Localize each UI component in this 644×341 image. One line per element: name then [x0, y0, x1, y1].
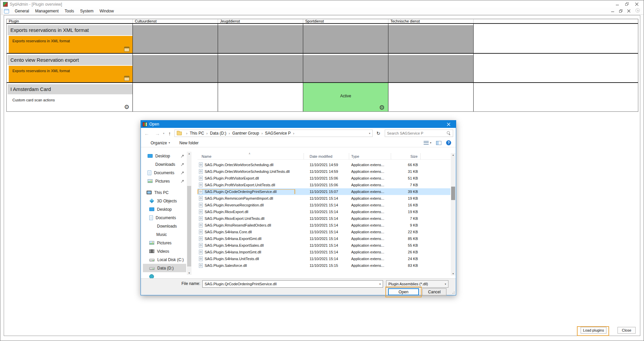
service-cell[interactable]	[388, 54, 474, 82]
file-list-scrollbar[interactable]: ▴ ▾	[451, 153, 455, 276]
file-row[interactable]: ⚙SAG.Plugin.OrtecWorkforceScheduling.dll…	[198, 161, 450, 168]
preview-pane-icon[interactable]	[436, 141, 441, 145]
sidebar-item[interactable]: Downloads	[143, 222, 186, 230]
scroll-up-icon[interactable]: ▴	[187, 152, 192, 155]
file-row[interactable]: ⚙SAG.Plugin.Salesforce.dll 11/10/2021 15…	[198, 262, 450, 269]
file-row[interactable]: ⚙SAG.Plugin.RksvExport.dll 11/10/2021 15…	[198, 208, 450, 215]
plugin-description-cell[interactable]: Custom card scan actions ⚙	[9, 95, 132, 111]
forward-icon[interactable]: →	[155, 131, 160, 136]
mdi-close-icon[interactable]	[627, 8, 631, 14]
mdi-minimize-icon[interactable]	[611, 8, 614, 14]
sidebar-item[interactable]: Documents	[143, 168, 186, 177]
address-bar[interactable]: ›This PC›Data (D:)›Gantner Group›SAGServ…	[174, 130, 373, 137]
refresh-icon[interactable]: ↻	[375, 130, 382, 137]
file-row[interactable]: ⚙SAG.Plugin.OrtecWorkforceScheduling.Uni…	[198, 168, 450, 175]
sidebar-item[interactable]: Data (D:)	[143, 264, 186, 272]
file-row[interactable]: ⚙SAG.Plugin.ProfitVisitorExport.UnitTest…	[198, 182, 450, 188]
service-cell[interactable]	[133, 24, 218, 53]
sidebar-item[interactable]: Local Disk (C:)	[143, 255, 186, 264]
service-cell[interactable]	[133, 54, 218, 82]
column-header-size[interactable]: Size	[391, 153, 421, 159]
sidebar-item[interactable]: Desktop	[143, 205, 186, 213]
float-window-icon[interactable]	[635, 8, 640, 14]
sidebar-item[interactable]: Documents	[143, 213, 186, 222]
breadcrumb-segment[interactable]: This PC	[190, 131, 204, 136]
scrollbar-thumb[interactable]	[187, 186, 191, 266]
menu-item[interactable]: System	[77, 8, 97, 14]
scroll-down-icon[interactable]: ▾	[187, 272, 192, 275]
plugin-description-cell[interactable]: Exports reservations in XML format	[9, 36, 132, 53]
help-icon[interactable]: ?	[446, 140, 451, 145]
service-cell[interactable]	[388, 24, 474, 53]
file-row[interactable]: ⚙SAG.Plugin.S4Hana.UnitTests.dll 11/10/2…	[198, 255, 450, 262]
resize-grip[interactable]	[454, 293, 454, 294]
sidebar-item[interactable]: Downloads	[143, 160, 186, 168]
gear-icon[interactable]: ⚙	[124, 104, 129, 110]
open-button[interactable]: Open	[388, 288, 419, 295]
dialog-close-icon[interactable]	[441, 120, 456, 128]
mdi-restore-icon[interactable]	[619, 8, 623, 14]
file-row[interactable]: ⚙SAG.Plugin.S4Hana.Core.dll 11/10/2021 1…	[198, 229, 450, 235]
file-row[interactable]: ⚙SAG.Plugin.S4Hana.ExportGmt.dll 11/10/2…	[198, 235, 450, 242]
menu-item[interactable]: General	[12, 8, 32, 14]
file-row[interactable]: ⚙SAG.Plugin.S4Hana.ImportGmt.dll 11/10/2…	[198, 249, 450, 255]
service-cell[interactable]	[303, 24, 388, 53]
sidebar-item-partial[interactable]	[143, 272, 186, 278]
breadcrumb-segment[interactable]: Data (D:)	[210, 131, 226, 136]
gear-icon[interactable]: ⚙	[379, 104, 385, 111]
sidebar-item[interactable]: Pictures	[143, 177, 186, 185]
scrollbar-thumb[interactable]	[451, 187, 455, 200]
view-mode-button[interactable]: ▾	[424, 141, 431, 145]
load-plugins-button[interactable]: Load plugins	[581, 327, 606, 334]
file-row[interactable]: ⚙SAG.Plugin.RemmicomPaymentImport.dll 11…	[198, 195, 450, 202]
service-cell[interactable]	[303, 54, 388, 82]
plugin-description-cell[interactable]: Exports reservations in XML format	[9, 66, 132, 82]
recent-locations-chevron-icon[interactable]: ▾	[163, 132, 164, 135]
file-row[interactable]: ⚙SAG.Plugin.RksvExport.UnitTests.dll 11/…	[198, 215, 450, 222]
file-name-dropdown-chevron-icon[interactable]: ▾	[379, 283, 381, 286]
column-header-type[interactable]: Type	[349, 153, 391, 159]
close-button[interactable]: Close	[618, 327, 636, 334]
cancel-button[interactable]: Cancel	[422, 288, 446, 295]
menu-item[interactable]: Window	[97, 8, 117, 14]
service-cell[interactable]: Active⚙	[303, 83, 388, 111]
service-cell[interactable]	[133, 83, 218, 111]
sidebar-item[interactable]: Videos	[143, 247, 186, 255]
sidebar-item[interactable]: 3D Objects	[143, 197, 186, 205]
address-dropdown-chevron-icon[interactable]: ▾	[369, 132, 371, 135]
service-cell[interactable]	[218, 24, 303, 53]
organize-menu[interactable]: Organize▾	[151, 141, 170, 145]
column-header-date[interactable]: Date modified	[304, 153, 349, 159]
calendar-icon[interactable]	[124, 76, 129, 81]
restore-icon[interactable]	[625, 2, 629, 6]
up-icon[interactable]: ↑	[168, 131, 171, 136]
service-cell[interactable]	[388, 83, 474, 111]
sidebar-item[interactable]: This PC	[143, 188, 186, 197]
service-cell[interactable]	[218, 54, 303, 82]
scroll-up-icon[interactable]: ▴	[451, 153, 455, 156]
file-row[interactable]: ⚙SAG.Plugin.S4Hana.ExportSales.dll 11/10…	[198, 242, 450, 249]
file-row[interactable]: ⚙SAG.Plugin.RmsResendFailedOrders.dll 11…	[198, 222, 450, 229]
file-row[interactable]: ⚙SAG.Plugin.QrCodeOrderingPrintService.d…	[198, 188, 450, 195]
breadcrumb-segment[interactable]: Gantner Group	[232, 131, 259, 136]
column-header-name[interactable]: Name	[198, 153, 304, 159]
file-row[interactable]: ⚙SAG.Plugin.RevenueRecognition.dll 11/10…	[198, 202, 450, 208]
calendar-icon[interactable]	[124, 47, 129, 52]
new-folder-button[interactable]: New folder	[179, 141, 199, 145]
mdi-child-icon[interactable]	[4, 9, 9, 13]
close-icon[interactable]	[635, 2, 639, 6]
scroll-down-icon[interactable]: ▾	[451, 272, 455, 275]
file-type-select[interactable]: Plugin Assemblies (*.dll) ▾	[386, 280, 448, 288]
service-cell[interactable]	[218, 83, 303, 111]
breadcrumb-segment[interactable]: SAGService P	[265, 131, 291, 136]
search-icon[interactable]	[447, 131, 451, 135]
search-box[interactable]: Search SAGService P	[385, 130, 453, 137]
sidebar-scrollbar[interactable]: ▴ ▾	[187, 152, 192, 275]
back-icon[interactable]: ←	[144, 131, 149, 136]
file-row[interactable]: ⚙SAG.Plugin.ProfitVisitorExport.dll 11/1…	[198, 175, 450, 182]
sidebar-item[interactable]: Desktop	[143, 152, 186, 160]
menu-item[interactable]: Management	[32, 8, 62, 14]
minimize-icon[interactable]	[615, 2, 619, 6]
menu-item[interactable]: Tools	[62, 8, 77, 14]
sidebar-item[interactable]: Music	[143, 230, 186, 239]
